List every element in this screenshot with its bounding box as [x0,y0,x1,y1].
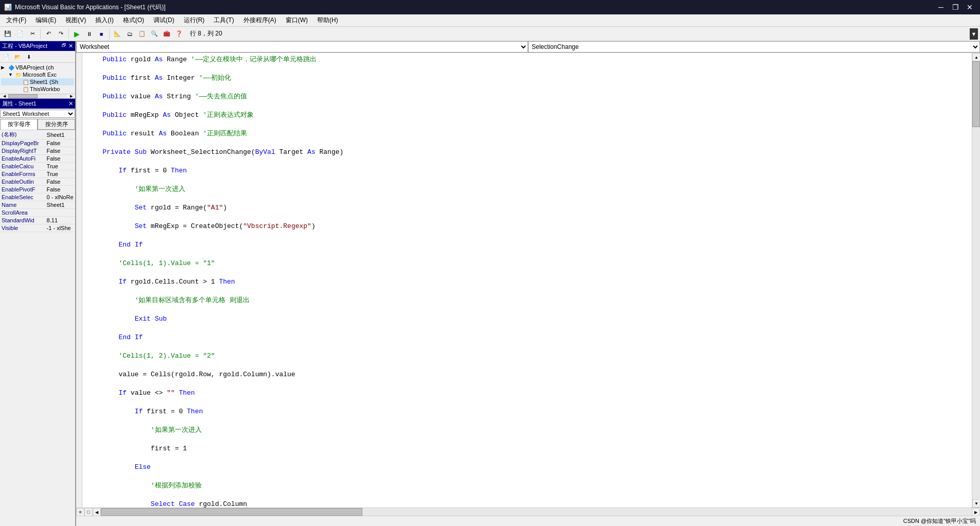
tree-item-sheet1[interactable]: 📋 Sheet1 (Sh [1,78,74,85]
props-close-icon[interactable]: ✕ [68,100,73,107]
prop-value[interactable]: False [45,178,75,186]
h-scroll-right-button[interactable]: ▶ [972,508,980,516]
prop-value[interactable]: False [45,147,75,155]
code-line: Else [86,463,968,472]
tb-toolbox[interactable]: 🧰 [161,28,172,40]
tb-project-explorer[interactable]: 🗂 [124,28,135,40]
code-content[interactable]: Public rgold As Range '——定义在模块中，记录从哪个单元格… [82,53,972,507]
menu-view[interactable]: 视图(V) [61,15,90,26]
code-line: If value <> "" Then [86,389,968,398]
prop-name: (名称) [0,130,45,139]
title-text: Microsoft Visual Basic for Applications … [15,3,166,12]
prop-name: DisplayRightT [0,147,45,155]
prop-value[interactable]: False [45,155,75,163]
menu-tools[interactable]: 工具(T) [209,15,238,26]
tb-redo-button[interactable]: ↷ [55,28,66,40]
tb-stop-button[interactable]: ■ [96,28,107,40]
prop-name: EnableAutoFi [0,155,45,163]
tb-properties[interactable]: 📋 [136,28,148,40]
props-row: EnableSelec0 - xlNoRe [0,194,75,201]
tree-item-thisworkbook[interactable]: 📋 ThisWorkbo [1,85,74,93]
code-line: If first = 0 Then [86,166,968,176]
v-scroll-track[interactable] [972,61,980,499]
tb-help[interactable]: ❓ [173,28,185,40]
prop-value[interactable]: Sheet1 [45,201,75,209]
prop-value[interactable]: 8.11 [45,217,75,224]
app-restore-button[interactable]: ❐ [949,1,961,13]
v-scroll-up-button[interactable]: ▲ [972,53,980,61]
props-tab-alphabetical[interactable]: 按字母序 [0,119,38,130]
props-row: StandardWid8.11 [0,217,75,224]
code-line: Private Sub Worksheet_SelectionChange(By… [86,148,968,157]
app-minimize-button[interactable]: ─ [935,1,947,13]
tb-design-mode[interactable]: 📐 [112,28,123,40]
title-bar-controls: ─ ❐ ✕ [935,1,976,13]
tree-vbaproject-icon: 🔷 [8,65,14,71]
tb-save-button[interactable]: 💾 [2,28,13,40]
project-close-icon[interactable]: ✕ [68,43,73,49]
prop-value[interactable]: -1 - xlShe [45,224,75,232]
main-layout: 工程 - VBAProject 🗗 ✕ 📄 📂 ⬇ ▶ 🔷 VBAProject… [0,41,980,526]
prop-value[interactable]: 0 - xlNoRe [45,194,75,201]
title-bar: 📊 Microsoft Visual Basic for Application… [0,0,980,14]
tb-extra-button[interactable]: ▼ [970,28,978,40]
prop-value[interactable] [45,209,75,217]
tree-item-vbaproject[interactable]: ▶ 🔷 VBAProject (ch [1,64,74,71]
menu-file[interactable]: 文件(F) [2,15,30,26]
props-object-select[interactable]: Sheet1 Worksheet [0,110,75,118]
code-line: Set rgold = Range("A1") [86,203,968,213]
proj-tb-btn2[interactable]: 📂 [12,52,23,61]
menu-insert[interactable]: 插入(I) [91,15,117,26]
menu-window[interactable]: 窗口(W) [282,15,312,26]
proj-tb-btn3[interactable]: ⬇ [24,52,34,61]
tb-insert-module[interactable]: 📄 [14,28,26,40]
v-scroll-down-button[interactable]: ▼ [972,499,980,507]
menu-help[interactable]: 帮助(H) [313,15,342,26]
props-row: EnablePivotFFalse [0,186,75,194]
props-tab-categorical[interactable]: 按分类序 [38,119,75,130]
project-scroll-left[interactable]: ◀ [0,94,8,98]
code-editor[interactable]: Public rgold As Range '——定义在模块中，记录从哪个单元格… [76,53,980,507]
prop-name: EnableOutlin [0,178,45,186]
prop-value[interactable]: True [45,163,75,170]
h-scroll-left-button[interactable]: ◀ [93,508,101,516]
tb-cut-button[interactable]: ✂ [27,28,38,40]
prop-name: EnableForms [0,170,45,178]
code-line: Public rgold As Range '——定义在模块中，记录从哪个单元格… [86,55,968,64]
prop-name: EnableSelec [0,194,45,201]
v-scroll-thumb[interactable] [972,61,980,127]
code-header: Worksheet SelectionChange [76,41,980,53]
code-line: Public value As String '——失去焦点的值 [86,92,968,101]
menu-format[interactable]: 格式(O) [119,15,148,26]
prop-value[interactable]: False [45,139,75,147]
project-scroll-right[interactable]: ▶ [67,94,75,98]
menu-addins[interactable]: 外接程序(A) [239,15,281,26]
prop-value[interactable]: False [45,186,75,194]
tb-run-button[interactable]: ▶ [71,28,82,40]
menu-edit[interactable]: 编辑(E) [31,15,60,26]
props-row: EnableAutoFiFalse [0,155,75,163]
project-panel-header: 工程 - VBAProject 🗗 ✕ [0,41,75,51]
project-scroll-area: ◀ ▶ [0,94,75,98]
props-row: DisplayPageBrFalse [0,139,75,147]
code-procedure-select[interactable]: SelectionChange [528,41,980,52]
tb-undo-button[interactable]: ↶ [43,28,54,40]
menu-run[interactable]: 运行(R) [180,15,209,26]
h-scroll-thumb[interactable] [101,508,362,516]
view-object-button[interactable]: □ [84,508,93,516]
tb-object-browser[interactable]: 🔍 [149,28,160,40]
menu-debug[interactable]: 调试(D) [149,15,179,26]
proj-tb-btn1[interactable]: 📄 [1,52,11,61]
app-close-button[interactable]: ✕ [964,1,976,13]
props-table: (名称)Sheet1 DisplayPageBrFalse DisplayRig… [0,130,75,232]
code-line: Public first As Integer '——初始化 [86,74,968,83]
code-line: 'Cells(1, 1).Value = "1" [86,259,968,268]
h-scroll-track[interactable] [101,508,972,516]
code-object-select[interactable]: Worksheet [76,41,528,52]
prop-value[interactable]: Sheet1 [45,130,75,139]
tb-pause-button[interactable]: ⏸ [83,28,95,40]
tree-item-msexcel[interactable]: ▼ 📁 Microsoft Exc [1,71,74,78]
prop-value[interactable]: True [45,170,75,178]
view-code-button[interactable]: ≡ [76,508,84,516]
props-row: EnableOutlinFalse [0,178,75,186]
